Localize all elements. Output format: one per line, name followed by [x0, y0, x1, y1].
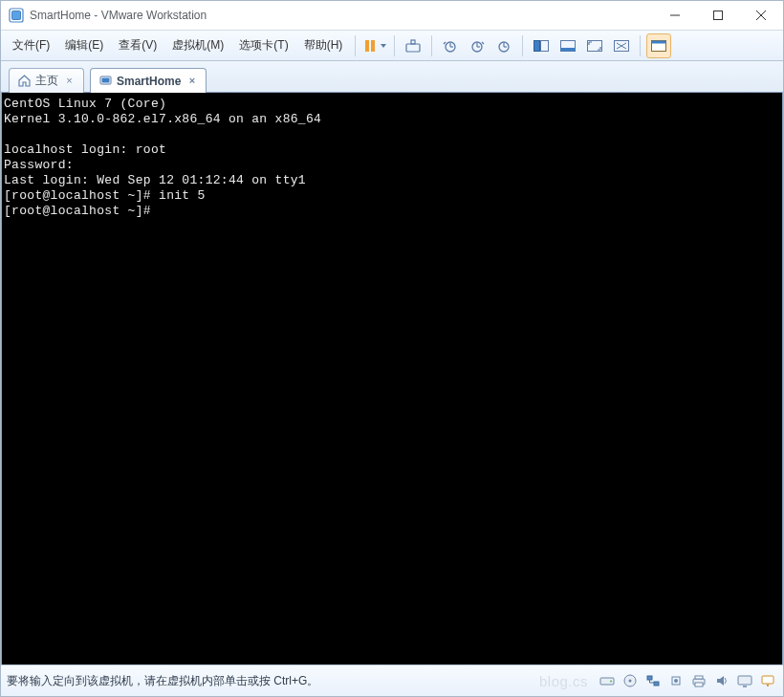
minimize-button[interactable]: [653, 2, 696, 29]
printer-icon[interactable]: [689, 671, 708, 690]
svg-rect-43: [738, 676, 751, 685]
close-button[interactable]: [739, 2, 782, 29]
tab-home[interactable]: 主页 ×: [9, 68, 84, 93]
separator: [640, 35, 641, 56]
window-controls: [653, 2, 782, 29]
svg-rect-1: [12, 11, 21, 20]
network-icon[interactable]: [643, 671, 663, 690]
sound-icon[interactable]: [712, 671, 731, 690]
svg-rect-21: [541, 40, 549, 51]
menu-file[interactable]: 文件(F): [6, 34, 56, 56]
maximize-button[interactable]: [696, 2, 739, 29]
view-console-button[interactable]: [555, 33, 580, 58]
watermark-text: blog.cs: [539, 673, 588, 689]
svg-rect-4: [713, 11, 722, 20]
tab-home-close[interactable]: ×: [63, 75, 76, 87]
svg-rect-31: [101, 78, 109, 83]
usb-icon[interactable]: [666, 671, 686, 690]
device-tray: [598, 671, 777, 690]
menu-vm[interactable]: 虚拟机(M): [165, 34, 230, 56]
snapshot-manager-button[interactable]: [491, 33, 516, 58]
view-thumbnail-button[interactable]: [529, 33, 554, 58]
separator: [522, 35, 523, 56]
svg-rect-45: [762, 676, 773, 684]
view-unity-button[interactable]: [609, 33, 634, 58]
svg-rect-29: [652, 40, 666, 43]
titlebar: SmartHome - VMware Workstation: [1, 1, 783, 30]
display-icon[interactable]: [735, 671, 754, 690]
tab-home-label: 主页: [35, 73, 58, 89]
svg-rect-37: [654, 682, 659, 686]
svg-point-33: [610, 681, 612, 683]
menu-help[interactable]: 帮助(H): [297, 34, 350, 56]
svg-rect-9: [406, 44, 420, 52]
home-icon: [17, 75, 31, 88]
svg-rect-23: [561, 48, 576, 52]
svg-point-39: [674, 679, 678, 683]
view-current-button[interactable]: [646, 33, 671, 58]
svg-rect-7: [365, 40, 369, 52]
vm-console[interactable]: CentOS Linux 7 (Core) Kernel 3.10.0-862.…: [1, 93, 783, 664]
tab-smarthome[interactable]: SmartHome ×: [90, 68, 207, 93]
svg-rect-10: [411, 40, 415, 44]
hdd-icon[interactable]: [598, 671, 617, 690]
app-icon: [9, 8, 24, 23]
menu-tabs[interactable]: 选项卡(T): [232, 34, 294, 56]
svg-rect-41: [695, 676, 703, 679]
menu-view[interactable]: 查看(V): [112, 34, 163, 56]
snapshot-take-button[interactable]: [438, 33, 463, 58]
window-title: SmartHome - VMware Workstation: [30, 9, 653, 22]
status-text: 要将输入定向到该虚拟机，请在虚拟机内部单击或按 Ctrl+G。: [7, 673, 534, 689]
separator: [355, 35, 356, 56]
send-ctrl-alt-del-button[interactable]: [401, 33, 425, 58]
dropdown-caret-icon: [381, 44, 386, 48]
menu-edit[interactable]: 编辑(E): [58, 34, 110, 56]
tab-smarthome-label: SmartHome: [117, 75, 181, 88]
svg-rect-42: [695, 683, 703, 686]
power-pause-button[interactable]: [361, 33, 388, 58]
view-fullscreen-button[interactable]: [582, 33, 607, 58]
svg-rect-8: [371, 40, 375, 52]
svg-rect-20: [534, 40, 540, 51]
separator: [431, 35, 432, 56]
separator: [394, 35, 395, 56]
svg-point-35: [629, 680, 632, 683]
console-output: CentOS Linux 7 (Core) Kernel 3.10.0-862.…: [4, 97, 780, 219]
snapshot-revert-button[interactable]: [465, 33, 490, 58]
tabbar: 主页 × SmartHome ×: [1, 61, 783, 93]
cd-icon[interactable]: [621, 671, 640, 690]
menubar: 文件(F) 编辑(E) 查看(V) 虚拟机(M) 选项卡(T) 帮助(H): [1, 30, 783, 61]
tab-smarthome-close[interactable]: ×: [185, 75, 198, 87]
vm-icon: [98, 75, 112, 88]
statusbar: 要将输入定向到该虚拟机，请在虚拟机内部单击或按 Ctrl+G。 blog.cs: [1, 664, 783, 696]
message-icon[interactable]: [758, 671, 777, 690]
svg-rect-36: [647, 676, 652, 680]
